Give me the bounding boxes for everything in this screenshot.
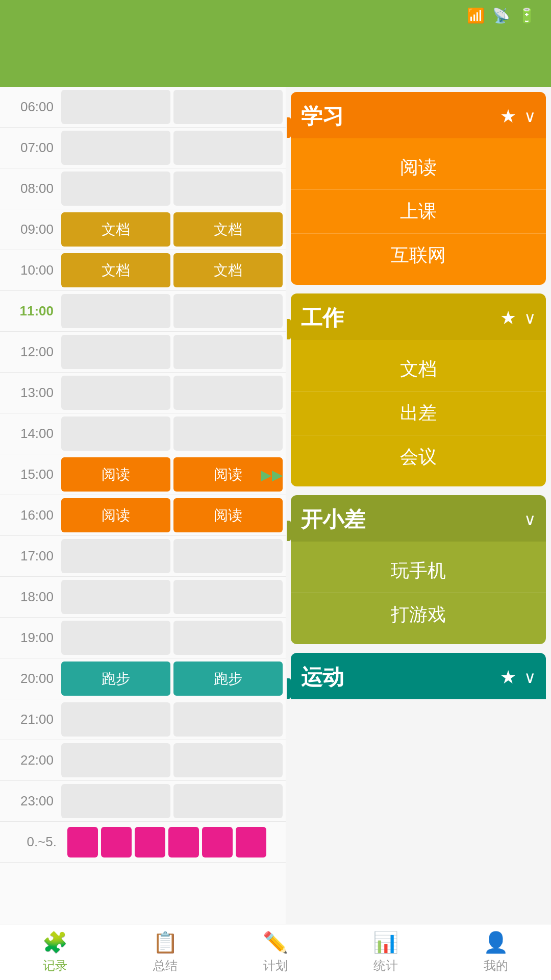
nav-item-stats[interactable]: 📊统计 [331, 924, 441, 980]
time-cells [61, 291, 286, 331]
time-cell[interactable]: 文档 [173, 253, 283, 287]
nav-icon-plan: ✏️ [263, 930, 288, 954]
nav-label-plan: 计划 [263, 958, 288, 974]
category-item[interactable]: 文档 [291, 348, 546, 391]
time-cell[interactable] [61, 416, 170, 451]
time-cell[interactable] [61, 580, 170, 614]
time-cell[interactable]: 跑步 [61, 662, 170, 696]
time-cell[interactable] [61, 335, 170, 369]
time-label: 20:00 [0, 671, 61, 687]
nav-icon-mine: 👤 [483, 930, 509, 954]
time-cells: 阅读阅读 [61, 454, 286, 495]
category-item[interactable]: 上课 [291, 190, 546, 234]
chevron-down-icon[interactable]: ∨ [524, 668, 536, 687]
time-row: 09:00文档文档 [0, 209, 286, 250]
time-label: 12:00 [0, 344, 61, 360]
time-cells [61, 699, 286, 740]
time-cell[interactable] [61, 702, 170, 737]
time-cell[interactable] [61, 743, 170, 777]
time-cell[interactable]: 阅读 [173, 498, 283, 532]
time-cell[interactable] [61, 539, 170, 573]
category-icons: ★∨ [500, 667, 536, 688]
time-cell[interactable]: 文档 [61, 212, 170, 247]
star-icon[interactable]: ★ [500, 106, 516, 127]
category-header[interactable]: 开小差∨ [291, 495, 546, 542]
pink-square[interactable] [67, 827, 98, 857]
time-cell[interactable] [61, 376, 170, 410]
bottom-nav: 🧩记录📋总结✏️计划📊统计👤我的 [0, 924, 551, 980]
nav-item-mine[interactable]: 👤我的 [441, 924, 551, 980]
time-cell[interactable] [173, 416, 283, 451]
category-title: 开小差 [301, 505, 365, 534]
time-label: 21:00 [0, 712, 61, 727]
time-cells [61, 373, 286, 413]
category-item[interactable]: 玩手机 [291, 549, 546, 593]
time-cell[interactable] [61, 621, 170, 655]
time-cell[interactable] [61, 784, 170, 818]
nav-item-summary[interactable]: 📋总结 [110, 924, 220, 980]
category-header[interactable]: 学习★∨ [291, 92, 546, 138]
time-cells: 跑步跑步 [61, 658, 286, 699]
time-row: 15:00阅读阅读 [0, 454, 286, 495]
time-cell[interactable]: 文档 [173, 212, 283, 247]
star-icon[interactable]: ★ [500, 307, 516, 329]
status-bar: 📶 📡 🔋 [0, 0, 551, 31]
time-label: 19:00 [0, 630, 61, 646]
chevron-down-icon[interactable]: ∨ [524, 510, 536, 529]
time-cell[interactable] [173, 294, 283, 328]
header [0, 31, 551, 87]
category-item[interactable]: 出差 [291, 391, 546, 435]
time-row: 14:00 [0, 413, 286, 454]
time-cell[interactable] [173, 743, 283, 777]
time-cell[interactable] [173, 172, 283, 206]
star-icon[interactable]: ★ [500, 667, 516, 688]
time-cell[interactable]: 阅读 [61, 457, 170, 492]
time-cells: 文档文档 [61, 250, 286, 290]
time-cell[interactable] [173, 784, 283, 818]
time-cell[interactable] [61, 294, 170, 328]
category-item[interactable]: 打游戏 [291, 593, 546, 636]
time-cell[interactable] [173, 131, 283, 165]
time-cell[interactable] [173, 335, 283, 369]
pink-square[interactable] [101, 827, 132, 857]
time-cell[interactable] [61, 90, 170, 124]
category-title: 工作 [301, 304, 344, 332]
nav-item-record[interactable]: 🧩记录 [0, 924, 110, 980]
time-label: 22:00 [0, 752, 61, 768]
time-row: 18:00 [0, 577, 286, 618]
pink-square[interactable] [202, 827, 233, 857]
time-row: 23:00 [0, 781, 286, 822]
time-cell[interactable]: 阅读 [61, 498, 170, 532]
time-cell[interactable]: 跑步 [173, 662, 283, 696]
time-cell[interactable]: 文档 [61, 253, 170, 287]
time-label: 10:00 [0, 262, 61, 278]
time-cell[interactable] [173, 90, 283, 124]
main-container: 06:0007:0008:0009:00文档文档10:00文档文档11:0012… [0, 87, 551, 924]
category-item[interactable]: 会议 [291, 435, 546, 479]
time-cell[interactable] [61, 131, 170, 165]
category-icons: ★∨ [500, 106, 536, 127]
time-cell[interactable] [173, 702, 283, 737]
time-cell[interactable] [61, 172, 170, 206]
time-cell[interactable] [173, 376, 283, 410]
pink-square[interactable] [168, 827, 199, 857]
forward-arrow-icon[interactable]: ▶▶ [261, 467, 283, 483]
pink-square[interactable] [236, 827, 266, 857]
category-header[interactable]: 运动★∨ [291, 653, 546, 699]
category-item[interactable]: 互联网 [291, 234, 546, 277]
chevron-down-icon[interactable]: ∨ [524, 107, 536, 126]
time-row: 07:00 [0, 128, 286, 168]
category-header[interactable]: 工作★∨ [291, 293, 546, 340]
pink-square[interactable] [135, 827, 165, 857]
time-label: 16:00 [0, 507, 61, 523]
time-label: 17:00 [0, 548, 61, 564]
nav-label-mine: 我的 [484, 958, 508, 974]
time-cell[interactable] [173, 621, 283, 655]
time-cell[interactable] [173, 580, 283, 614]
time-cell[interactable] [173, 539, 283, 573]
nav-item-plan[interactable]: ✏️计划 [220, 924, 331, 980]
category-item[interactable]: 阅读 [291, 146, 546, 190]
chevron-down-icon[interactable]: ∨ [524, 308, 536, 328]
status-right: 📶 📡 🔋 [467, 7, 536, 24]
time-cells [61, 618, 286, 658]
